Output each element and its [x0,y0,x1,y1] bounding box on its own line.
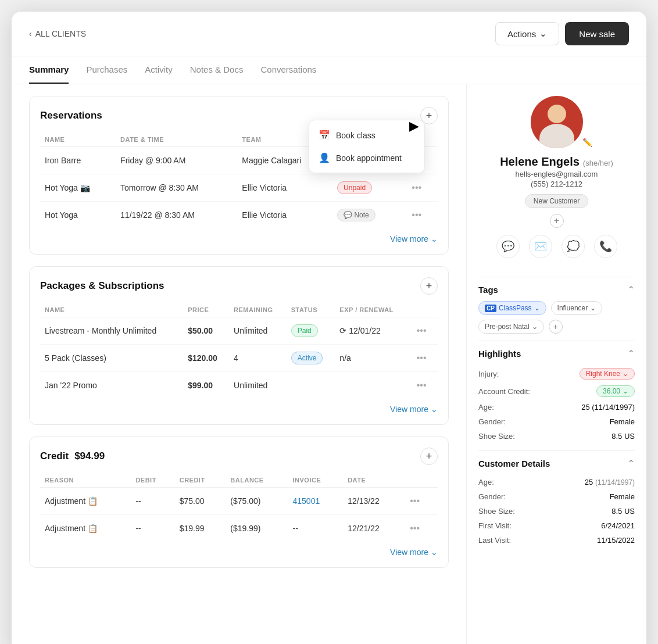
client-phone: (555) 212-1212 [500,180,613,188]
right-panel: ✏️ Helene Engels (she/her) hells-engles@… [466,84,646,644]
row-debit: -- [131,515,174,542]
row-balance: ($75.00) [226,488,288,515]
tags-collapse-button[interactable]: ⌃ [627,284,635,295]
age-value: 25 (11/14/1997) [581,403,635,412]
row-menu-button[interactable]: ••• [414,324,429,337]
row-more: ••• [405,202,438,229]
tab-notes-docs[interactable]: Notes & Docs [190,56,244,84]
row-datetime: Tomorrow @ 8:30 AM [116,174,237,202]
credit-amount: $94.99 [74,450,105,462]
details-shoe-value: 8.5 US [611,507,635,516]
row-status: Paid [287,317,335,345]
actions-button[interactable]: Actions ⌄ [495,22,559,45]
row-remaining: Unlimited [229,372,287,399]
row-reason: Adjustment 📋 [40,515,131,542]
tab-purchases[interactable]: Purchases [86,56,127,84]
highlights-section: Highlights ⌃ Injury: Right Knee ⌄ Accoun… [478,348,635,443]
credit-title: Credit [40,450,69,462]
details-shoe-row: Shoe Size: 8.5 US [478,504,635,518]
back-link[interactable]: ‹ ALL CLIENTS [29,29,86,38]
highlights-header: Highlights ⌃ [478,348,635,359]
email-button[interactable]: ✉️ [529,235,552,258]
row-credit: $75.00 [175,488,226,515]
injury-badge[interactable]: Right Knee ⌄ [580,368,635,380]
col-name: NAME [40,133,116,147]
status-badge: Paid [291,324,318,337]
gender-label: Gender: [478,417,506,426]
gender-value: Female [610,417,635,426]
packages-view-more[interactable]: View more ⌄ [40,399,438,414]
header: ‹ ALL CLIENTS Actions ⌄ New sale [12,12,646,56]
action-icons: 💬 ✉️ 💭 📞 [496,235,617,258]
col-exp: EXP / RENEWAL [335,303,409,317]
col-remaining: REMAINING [229,303,287,317]
details-age-label: Age: [478,478,494,486]
tag-prenatal[interactable]: Pre-post Natal ⌄ [478,320,544,334]
shoe-label: Shoe Size: [478,432,515,441]
row-menu-button[interactable]: ••• [414,379,429,392]
main-content: Reservations + 📅 Book class 👤 Book appoi… [12,84,646,644]
new-sale-button[interactable]: New sale [565,22,629,45]
customer-details-collapse-button[interactable]: ⌃ [627,458,635,469]
row-menu-button[interactable]: ••• [409,209,424,221]
table-row: Jan '22 Promo $99.00 Unlimited ••• [40,372,438,399]
row-menu-button[interactable]: ••• [407,495,422,507]
credit-badge[interactable]: 36.00 ⌄ [596,385,635,397]
table-row: 5 Pack (Classes) $120.00 4 Active n/a ••… [40,345,438,372]
book-class-item[interactable]: 📅 Book class [309,124,424,146]
table-row: Livestream - Monthly Unlimited $50.00 Un… [40,317,438,345]
row-date: 12/13/22 [343,488,403,515]
row-name: Jan '22 Promo [40,372,183,399]
col-status: STATUS [287,303,335,317]
person-icon: 👤 [319,152,330,163]
col-actions [403,473,438,488]
customer-details-label: Customer Details [478,459,550,468]
chat-button[interactable]: 💬 [496,235,520,258]
credit-add-button[interactable]: + [420,448,438,465]
row-menu-button[interactable]: ••• [409,181,424,194]
credit-view-more[interactable]: View more ⌄ [40,542,438,557]
col-invoice: INVOICE [288,473,344,488]
divider [478,277,635,277]
row-menu-button[interactable]: ••• [414,352,429,364]
col-datetime: DATE & TIME [116,133,237,147]
packages-table: NAME PRICE REMAINING STATUS EXP / RENEWA… [40,303,438,399]
row-menu-button[interactable]: ••• [407,522,422,535]
row-renewal: ⟳ 12/01/22 [335,317,409,345]
details-gender-row: Gender: Female [478,489,635,504]
phone-button[interactable]: 📞 [594,235,617,258]
packages-title: Packages & Subscriptions [40,280,164,292]
row-invoice: 415001 [288,488,344,515]
chevron-down-icon: ⌄ [623,387,628,395]
packages-section: Packages & Subscriptions + NAME PRICE RE… [29,266,449,425]
tab-summary[interactable]: Summary [29,56,69,84]
details-age-row: Age: 25 (11/14/1997) [478,475,635,489]
reservations-view-more[interactable]: View more ⌄ [40,228,438,244]
message-button[interactable]: 💭 [562,235,585,258]
tab-conversations[interactable]: Conversations [260,56,316,84]
row-status: 💬 Note [332,202,405,229]
tag-classpass[interactable]: CP ClassPass ⌄ [478,301,546,315]
tags-header: Tags ⌃ [478,284,635,295]
edit-icon[interactable]: ✏️ [582,138,592,147]
client-avatar-section: ✏️ Helene Engels (she/her) hells-engles@… [478,96,635,267]
details-gender-label: Gender: [478,492,506,501]
details-first-visit-label: First Visit: [478,521,512,530]
highlights-shoe-row: Shoe Size: 8.5 US [478,429,635,443]
col-balance: BALANCE [226,473,288,488]
row-status: Active [287,345,335,372]
table-row: Adjustment 📋 -- $75.00 ($75.00) 415001 1… [40,488,438,515]
add-tag-button[interactable]: + [550,214,564,228]
packages-add-button[interactable]: + [420,277,438,295]
book-appointment-item[interactable]: 👤 Book appointment [309,146,424,169]
row-name: Hot Yoga 📷 [40,174,116,202]
chevron-down-icon: ⌄ [431,234,438,244]
tag-influencer[interactable]: Influencer ⌄ [551,301,603,315]
reservations-section: Reservations + 📅 Book class 👤 Book appoi… [29,96,449,255]
tabs-container: Summary Purchases Activity Notes & Docs … [12,56,646,84]
highlights-collapse-button[interactable]: ⌃ [627,348,635,359]
row-price: $99.00 [183,372,229,399]
add-new-tag-button[interactable]: + [549,320,563,334]
tab-activity[interactable]: Activity [145,56,173,84]
chevron-down-icon: ⌄ [623,370,628,378]
